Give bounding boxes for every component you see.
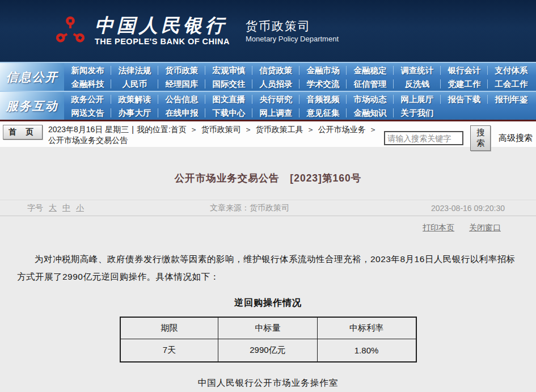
pboc-logo-icon [54, 15, 87, 48]
search-input[interactable] [384, 131, 463, 145]
nav-item[interactable]: 人民币 [111, 77, 158, 91]
repo-operation-table: 期限 中标量 中标利率 7天 2990亿元 1.80% [120, 317, 417, 363]
site-header: 中国人民银行 THE PEOPLE'S BANK OF CHINA 货币政策司 … [0, 0, 536, 62]
article-actions: 打印本页 关闭窗口 [0, 223, 536, 233]
font-size-large-link[interactable]: 大 [49, 203, 57, 213]
breadcrumb-location-label: 我的位置: [137, 125, 171, 134]
breadcrumb: 2023年8月16日 星期三|我的位置:首页＞货币政策司＞货币政策工具＞公开市场… [48, 124, 384, 146]
advanced-search-link[interactable]: 高级搜索 [499, 133, 533, 144]
nav-item[interactable]: 下载中心 [205, 106, 252, 120]
nav-item[interactable]: 音频视频 [299, 92, 347, 106]
nav-item[interactable]: 金融稳定 [347, 64, 394, 77]
nav-item[interactable]: 宏观审慎 [205, 64, 252, 77]
breadcrumb-separator: ＞ [366, 125, 381, 134]
nav-item[interactable]: 关于我们 [394, 106, 441, 120]
font-size-small-link[interactable]: 小 [76, 203, 84, 213]
nav-item[interactable]: 市场动态 [347, 92, 394, 106]
department-title-block: 货币政策司 Monetary Policy Department [242, 19, 339, 43]
search-button[interactable]: 搜索 [470, 125, 491, 151]
col-header-term: 期限 [120, 317, 218, 339]
close-window-link[interactable]: 关闭窗口 [469, 223, 501, 232]
nav-item[interactable]: 意见征集 [299, 106, 347, 120]
nav-item[interactable]: 政务公开 [64, 92, 111, 106]
nav-label-info-disclosure[interactable]: 信息公开 [0, 63, 64, 91]
col-header-volume: 中标量 [218, 317, 317, 339]
signature-line: 中国人民银行公开市场业务操作室 [0, 377, 536, 389]
print-page-link[interactable]: 打印本页 [423, 223, 454, 232]
nav-item[interactable]: 信贷政策 [252, 64, 299, 77]
nav-item[interactable]: 货币政策 [158, 64, 205, 77]
nav-item[interactable]: 央行研究 [252, 92, 299, 106]
breadcrumb-link[interactable]: 货币政策工具 [256, 125, 303, 134]
nav-item[interactable]: 经理国库 [158, 77, 205, 91]
article-meta-bar: 字号 大 中 小 文章来源：货币政策司 2023-08-16 09:20:30 [0, 200, 536, 216]
nav-row: 金融科技 人民币 经理国库 国际交往 人员招录 学术交流 征信管理 反洗钱 党建… [64, 77, 536, 91]
nav-item[interactable]: 金融知识 [347, 106, 394, 120]
nav-item[interactable]: 政策解读 [111, 92, 158, 106]
nav-item[interactable]: 国际交往 [205, 77, 252, 91]
nav-item[interactable]: 反洗钱 [394, 77, 441, 91]
breadcrumb-date: 2023年8月16日 星期三 [48, 125, 129, 134]
cell-term: 7天 [120, 339, 218, 362]
breadcrumb-bar: 首 页 2023年8月16日 星期三|我的位置:首页＞货币政策司＞货币政策工具＞… [0, 121, 536, 147]
nav-item[interactable]: 公告信息 [158, 92, 205, 106]
article-content: 公开市场业务交易公告 [2023]第160号 字号 大 中 小 文章来源：货币政… [0, 147, 536, 392]
bank-name-en: THE PEOPLE'S BANK OF CHINA [95, 37, 230, 46]
col-header-rate: 中标利率 [317, 317, 416, 339]
nav-item[interactable]: 金融市场 [299, 64, 347, 77]
nav-item[interactable]: 网送文告 [64, 106, 111, 120]
breadcrumb-separator: ＞ [303, 125, 318, 134]
nav-item[interactable]: 报刊年鉴 [488, 92, 535, 106]
cell-volume: 2990亿元 [218, 339, 317, 362]
nav-item[interactable]: 人员招录 [252, 77, 299, 91]
nav-section-services: 服务互动 政务公开 政策解读 公告信息 图文直播 央行研究 音频视频 市场动态 … [0, 91, 536, 120]
nav-label-service-interaction[interactable]: 服务互动 [0, 92, 64, 120]
nav-row: 新闻发布 法律法规 货币政策 宏观审慎 信贷政策 金融市场 金融稳定 调查统计 … [64, 64, 536, 77]
bank-name-cn: 中国人民银行 [95, 16, 230, 35]
department-name-cn: 货币政策司 [246, 19, 339, 33]
cell-rate: 1.80% [317, 339, 416, 362]
nav-item[interactable]: 调查统计 [394, 64, 441, 77]
breadcrumb-divider: | [129, 125, 137, 134]
nav-item[interactable]: 银行会计 [441, 64, 488, 77]
breadcrumb-link[interactable]: 货币政策司 [201, 125, 241, 134]
table-header-row: 期限 中标量 中标利率 [120, 317, 416, 339]
bank-title-block: 中国人民银行 THE PEOPLE'S BANK OF CHINA [95, 16, 230, 46]
breadcrumb-separator: ＞ [187, 125, 201, 134]
main-navigation: 信息公开 新闻发布 法律法规 货币政策 宏观审慎 信贷政策 金融市场 金融稳定 … [0, 62, 536, 121]
breadcrumb-link-home[interactable]: 首页 [171, 125, 187, 134]
nav-item[interactable]: 党建工作 [441, 77, 488, 91]
nav-item[interactable]: 法律法规 [111, 64, 158, 77]
nav-item[interactable]: 新闻发布 [64, 64, 111, 77]
nav-item[interactable]: 学术交流 [299, 77, 347, 91]
publish-datetime: 2023-08-16 09:20:30 [431, 204, 505, 213]
nav-item[interactable]: 工会工作 [488, 77, 535, 91]
source-label: 文章来源： [210, 203, 250, 212]
font-size-label: 字号 [27, 203, 43, 213]
nav-section-info: 信息公开 新闻发布 法律法规 货币政策 宏观审慎 信贷政策 金融市场 金融稳定 … [0, 62, 536, 91]
nav-item[interactable]: 办事大厅 [111, 106, 158, 120]
home-button[interactable]: 首 页 [3, 125, 43, 140]
nav-item[interactable]: 网上展厅 [394, 92, 441, 106]
source-value: 货币政策司 [250, 203, 289, 212]
nav-item[interactable]: 报告下载 [441, 92, 488, 106]
table-row: 7天 2990亿元 1.80% [120, 339, 416, 362]
nav-item[interactable]: 在线申报 [158, 106, 205, 120]
breadcrumb-link-current[interactable]: 公开市场业务交易公告 [48, 136, 128, 145]
nav-row: 网送文告 办事大厅 在线申报 下载中心 网上调查 意见征集 金融知识 关于我们 [64, 106, 536, 120]
breadcrumb-separator: ＞ [241, 125, 256, 134]
department-name-en: Monetary Policy Department [246, 35, 339, 43]
article-paragraph: 为对冲税期高峰、政府债券发行缴款等因素的影响，维护银行体系流动性合理充裕，202… [17, 250, 519, 285]
nav-item[interactable]: 征信管理 [347, 77, 394, 91]
nav-row: 政务公开 政策解读 公告信息 图文直播 央行研究 音频视频 市场动态 网上展厅 … [64, 92, 536, 106]
search-area: 搜索 高级搜索 [384, 125, 533, 151]
nav-item[interactable]: 网上调查 [252, 106, 299, 120]
nav-item[interactable]: 金融科技 [64, 77, 111, 91]
table-title: 逆回购操作情况 [0, 297, 536, 309]
nav-item[interactable]: 支付体系 [488, 64, 535, 77]
breadcrumb-link[interactable]: 公开市场业务 [318, 125, 366, 134]
page-title: 公开市场业务交易公告 [2023]第160号 [0, 171, 536, 185]
nav-item[interactable]: 图文直播 [205, 92, 252, 106]
font-size-medium-link[interactable]: 中 [62, 203, 70, 213]
